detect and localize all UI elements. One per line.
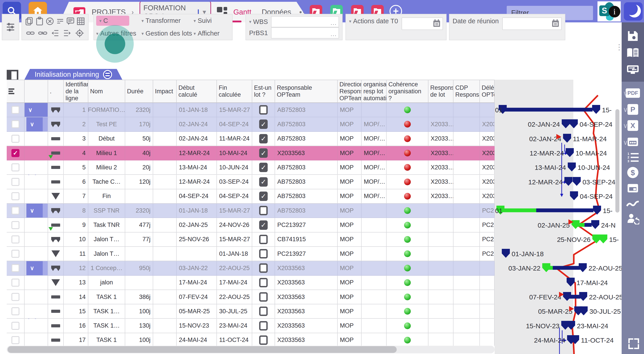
cell-id[interactable]: 17 bbox=[64, 333, 88, 346]
cell-del[interactable]: X203 bbox=[480, 117, 495, 132]
cell-dur[interactable]: 20j bbox=[125, 160, 153, 175]
cell-deb[interactable]: 12-MAR-24 bbox=[177, 175, 217, 189]
cell-lot[interactable]: ✓ bbox=[252, 117, 275, 132]
cell-dir[interactable]: MOP bbox=[338, 175, 362, 189]
cell-deb[interactable]: 02-JAN-25 bbox=[177, 218, 217, 232]
cell-dir[interactable]: MOP bbox=[338, 319, 362, 333]
gantt-milestone-navy[interactable] bbox=[564, 177, 572, 186]
filter-menu-selected[interactable]: ▾ C bbox=[96, 16, 129, 26]
cell-id[interactable]: 6 bbox=[64, 175, 88, 189]
cell-org[interactable]: MOP/… bbox=[362, 189, 386, 204]
cell-resp[interactable]: X2033563 bbox=[275, 333, 338, 346]
gantt-milestone-navy[interactable] bbox=[566, 148, 574, 157]
gantt-milestone-navy[interactable] bbox=[562, 119, 570, 128]
gantt-bar-navy[interactable] bbox=[553, 266, 580, 270]
paste-button[interactable] bbox=[35, 16, 44, 26]
cell-coh[interactable] bbox=[386, 204, 428, 218]
prbs-input[interactable]: ... bbox=[271, 27, 339, 39]
cell-lot[interactable] bbox=[252, 304, 275, 319]
cell-rlot[interactable] bbox=[428, 204, 454, 218]
save-button[interactable] bbox=[622, 29, 644, 43]
cell-fin[interactable]: 03-SEP-24 bbox=[217, 175, 252, 189]
cell-nom[interactable]: Test PE bbox=[88, 117, 125, 132]
menu-suivi[interactable]: ▾ Suivi bbox=[194, 17, 230, 24]
cell-org[interactable]: MOP/… bbox=[362, 175, 386, 189]
cell-resp[interactable]: PC213927 bbox=[275, 247, 338, 261]
budget-button[interactable]: $ bbox=[622, 166, 644, 179]
lot-checkbox-checked[interactable]: ✓ bbox=[259, 192, 268, 201]
cell-resp[interactable]: AB752803 bbox=[275, 189, 338, 204]
cell-resp[interactable]: X2033563 bbox=[275, 276, 338, 290]
row-select-checkbox[interactable]: ✓ bbox=[12, 149, 20, 157]
lot-checkbox-unchecked[interactable] bbox=[259, 278, 268, 287]
user-refresh-button[interactable] bbox=[622, 212, 644, 226]
lot-checkbox-unchecked[interactable] bbox=[259, 306, 268, 316]
cell-lot[interactable]: ✓ bbox=[252, 218, 275, 232]
cell-rlot[interactable] bbox=[428, 103, 454, 117]
cell-imp[interactable] bbox=[153, 132, 177, 146]
cell-lot[interactable] bbox=[252, 290, 275, 304]
column-header-cdp[interactable]: CDP Responsa bbox=[454, 80, 480, 103]
calendar-options-button[interactable]: ∨ bbox=[622, 135, 644, 149]
menu-gestion-lots[interactable]: ▾ Gestion des lots bbox=[142, 30, 194, 37]
cell-id[interactable]: 15 bbox=[64, 304, 88, 319]
gantt-bar-navy[interactable] bbox=[504, 108, 592, 112]
cell-del[interactable]: X203 bbox=[480, 132, 495, 146]
lot-checkbox-checked[interactable]: ✓ bbox=[259, 148, 268, 158]
cell-deb[interactable]: 01-JAN-18 bbox=[177, 204, 217, 218]
cell-rlot[interactable] bbox=[428, 319, 454, 333]
gantt-milestone-navy[interactable] bbox=[591, 220, 599, 229]
calendar-icon[interactable] bbox=[551, 19, 560, 28]
cell-rlot[interactable]: X2033… bbox=[428, 132, 454, 146]
cell-dir[interactable]: MOP bbox=[338, 261, 362, 275]
cell-id[interactable]: 8 bbox=[64, 204, 88, 218]
column-header-type[interactable]: . bbox=[48, 80, 64, 103]
cell-dir[interactable]: MOP bbox=[338, 204, 362, 218]
column-header-deb[interactable]: Début calculé bbox=[177, 80, 217, 103]
cell-cdp[interactable] bbox=[454, 290, 480, 304]
lot-checkbox-checked[interactable]: ✓ bbox=[259, 120, 268, 129]
cell-cdp[interactable] bbox=[454, 261, 480, 275]
cell-del[interactable] bbox=[480, 290, 495, 304]
gantt-bar-green[interactable] bbox=[548, 266, 553, 270]
cell-dir[interactable]: MOP bbox=[338, 103, 362, 117]
cell-imp[interactable] bbox=[153, 175, 177, 189]
cell-coh[interactable] bbox=[386, 319, 428, 333]
trend-button[interactable] bbox=[622, 197, 644, 211]
cell-dur[interactable] bbox=[125, 247, 153, 261]
cell-imp[interactable] bbox=[153, 117, 177, 132]
expand-collapse-button[interactable]: ∨ bbox=[24, 103, 48, 117]
cell-coh[interactable] bbox=[386, 146, 428, 160]
ellipsis-button[interactable]: ... bbox=[330, 31, 337, 38]
cell-cdp[interactable] bbox=[454, 103, 480, 117]
cell-imp[interactable] bbox=[153, 261, 177, 275]
link-button[interactable] bbox=[26, 28, 35, 38]
cell-deb[interactable]: 03-JAN-22 bbox=[177, 261, 217, 275]
cell-lot[interactable]: ✓ bbox=[252, 189, 275, 204]
lot-checkbox-unchecked[interactable] bbox=[259, 263, 268, 273]
gantt-milestone-navy[interactable] bbox=[568, 162, 576, 171]
cell-dir[interactable]: MOP bbox=[338, 276, 362, 290]
cell-rlot[interactable] bbox=[428, 304, 454, 319]
cell-id[interactable]: 11 bbox=[64, 247, 88, 261]
gantt-milestone-navy[interactable] bbox=[592, 105, 600, 114]
gantt-vertical-scrollbar[interactable] bbox=[616, 109, 620, 213]
cell-imp[interactable] bbox=[153, 290, 177, 304]
cell-id[interactable]: 10 bbox=[64, 232, 88, 247]
column-header-imp[interactable]: Impact bbox=[153, 80, 177, 103]
cell-dir[interactable]: MOP bbox=[338, 218, 362, 232]
cell-imp[interactable] bbox=[153, 276, 177, 290]
cell-dur[interactable]: 130j bbox=[125, 319, 153, 333]
cell-dur[interactable] bbox=[125, 276, 153, 290]
cell-org[interactable] bbox=[362, 290, 386, 304]
cell-del[interactable]: PC21 bbox=[480, 204, 495, 218]
column-header-org[interactable]: organisat resp lot automatio bbox=[362, 80, 386, 103]
lot-checkbox-checked[interactable]: ✓ bbox=[259, 163, 268, 172]
cell-nom[interactable]: Tache C… bbox=[88, 175, 125, 189]
cell-del[interactable] bbox=[480, 333, 495, 346]
cell-id[interactable]: 9 bbox=[64, 218, 88, 232]
cell-org[interactable] bbox=[362, 232, 386, 247]
ellipsis-button[interactable]: ... bbox=[330, 20, 337, 27]
cell-imp[interactable] bbox=[153, 146, 177, 160]
cell-nom[interactable]: Task TNR bbox=[88, 218, 125, 232]
